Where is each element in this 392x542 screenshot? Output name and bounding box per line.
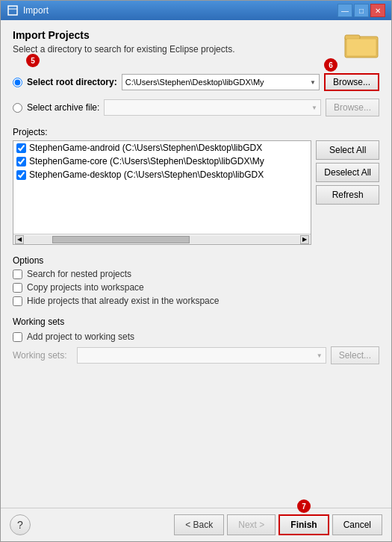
scroll-left-arrow[interactable]: ◀ [15,235,24,244]
hide-existing-label: Hide projects that already exist in the … [27,296,219,306]
dialog-title: Import Projects [13,29,234,41]
project-name-core: StephenGame-core (C:\Users\Stephen\Deskt… [29,156,264,166]
maximize-button[interactable]: □ [354,4,369,17]
copy-projects-label: Copy projects into workspace [27,282,144,293]
list-item[interactable]: StephenGame-android (C:\Users\Stephen\De… [13,141,311,155]
annotation-6: 6 [324,58,337,72]
root-directory-radio[interactable] [13,78,22,87]
projects-scroll[interactable]: StephenGame-android (C:\Users\Stephen\De… [13,141,311,234]
window-icon [7,4,19,16]
cancel-button[interactable]: Cancel [332,514,382,535]
list-item[interactable]: StephenGame-desktop (C:\Users\Stephen\De… [13,168,311,181]
select-all-button[interactable]: Select All [316,140,379,160]
working-sets-combo: ▼ [77,347,326,364]
add-working-sets-label: Add project to working sets [27,331,134,342]
minimize-button[interactable]: — [337,4,352,17]
archive-file-combo: ▼ [104,99,321,116]
archive-browse-button: Browse... [326,99,379,116]
root-directory-label: Select root directory: [27,77,117,87]
import-window: Import — □ ✕ Import Projects Select a di… [0,0,392,542]
hide-existing-row: Hide projects that already exist in the … [13,296,379,306]
root-directory-value: C:\Users\Stephen\Desktop\libGDX\My [125,78,310,87]
deselect-all-button[interactable]: Deselect All [316,163,379,182]
working-sets-row: Working sets: ▼ Select... [13,346,379,364]
archive-file-label: Select archive file: [27,102,99,113]
add-to-working-sets-row: Add project to working sets [13,331,379,342]
working-sets-arrow: ▼ [317,352,323,359]
header-text: Import Projects Select a directory to se… [13,29,234,54]
project-name-desktop: StephenGame-desktop (C:\Users\Stephen\De… [29,169,264,180]
options-section: Options Search for nested projects Copy … [13,252,379,306]
title-bar-left: Import [7,4,49,16]
project-name-android: StephenGame-android (C:\Users\Stephen\De… [29,143,262,153]
finish-wrapper: 7 Finish [279,514,329,535]
search-nested-row: Search for nested projects [13,269,379,279]
next-button[interactable]: Next > [227,514,276,535]
browse-wrapper: 6 Browse... [324,73,379,91]
projects-label: Projects: [13,127,379,137]
nav-buttons: < Back Next > 7 Finish Cancel [174,514,382,535]
horizontal-scrollbar[interactable]: ◀ ▶ [13,234,311,244]
svg-rect-0 [8,6,17,15]
working-sets-combo-label: Working sets: [13,350,72,361]
copy-projects-checkbox[interactable] [13,283,22,293]
combo-dropdown-arrow[interactable]: ▼ [310,79,316,86]
add-working-sets-checkbox[interactable] [13,332,22,342]
dialog-description: Select a directory to search for existin… [13,44,234,54]
projects-list-wrapper: StephenGame-android (C:\Users\Stephen\De… [13,140,311,245]
svg-rect-3 [346,39,376,56]
list-item[interactable]: StephenGame-core (C:\Users\Stephen\Deskt… [13,155,311,168]
annotation-7: 7 [297,499,311,513]
projects-area: StephenGame-android (C:\Users\Stephen\De… [13,140,379,245]
copy-projects-row: Copy projects into workspace [13,282,379,293]
bottom-bar: ? < Back Next > 7 Finish Cancel [1,508,391,541]
dialog-content: Import Projects Select a directory to se… [1,20,391,508]
scroll-right-arrow[interactable]: ▶ [300,235,309,244]
root-directory-combo[interactable]: C:\Users\Stephen\Desktop\libGDX\My ▼ [122,74,320,90]
archive-file-radio[interactable] [13,103,22,113]
title-controls: — □ ✕ [337,4,385,17]
hide-existing-checkbox[interactable] [13,296,22,306]
help-button[interactable]: ? [10,514,31,535]
refresh-button[interactable]: Refresh [316,185,379,205]
options-label: Options [13,255,379,266]
scroll-track [25,236,299,243]
project-checkbox-desktop[interactable] [16,170,26,180]
title-text: Import [23,5,49,16]
header-section: Import Projects Select a directory to se… [13,29,379,61]
archive-file-section: Select archive file: ▼ Browse... [13,99,379,116]
scroll-thumb[interactable] [52,236,190,243]
finish-button[interactable]: Finish [279,514,329,535]
title-bar: Import — □ ✕ [1,1,391,20]
back-button[interactable]: < Back [174,514,224,535]
root-browse-button[interactable]: Browse... [324,73,379,91]
search-nested-label: Search for nested projects [27,269,131,279]
working-sets-title: Working sets [13,317,379,327]
close-button[interactable]: ✕ [370,4,385,17]
side-buttons: Select All Deselect All Refresh [316,140,379,245]
project-checkbox-android[interactable] [16,143,26,153]
root-directory-section: 5 Select root directory: C:\Users\Stephe… [13,69,379,91]
projects-section: Projects: StephenGame-android (C:\Users\… [13,124,379,245]
archive-combo-arrow: ▼ [311,105,317,111]
working-sets-section: Working sets Add project to working sets… [13,314,379,364]
search-nested-checkbox[interactable] [13,270,22,279]
project-checkbox-core[interactable] [16,157,26,166]
header-icon [343,29,379,61]
folder-icon [343,29,379,59]
annotation-5: 5 [26,54,40,67]
select-working-sets-button: Select... [331,346,379,364]
